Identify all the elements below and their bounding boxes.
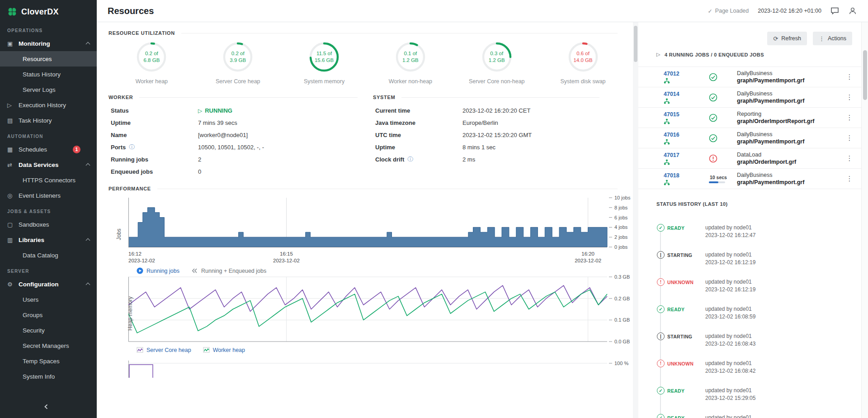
svg-text:2023-12-02: 2023-12-02 [273, 258, 300, 263]
sidebar-item-https-connectors[interactable]: HTTPS Connectors [0, 172, 97, 188]
app-logo[interactable]: CloverDX [0, 0, 97, 22]
sidebar-item-data-catalog[interactable]: Data Catalog [0, 247, 97, 263]
sidebar-item-system-info[interactable]: System Info [0, 369, 97, 384]
job-kebab-menu-icon[interactable]: ⋮ [841, 154, 858, 162]
gauge-label: Server Core non-heap [469, 78, 525, 85]
main-scrollbar-thumb[interactable] [634, 26, 637, 62]
gauge-label: System disk swap [561, 78, 606, 85]
job-graph-path: graph/OrderImportReport.grf [737, 118, 841, 124]
gauge-label: System memory [304, 78, 344, 85]
legend-running-jobs[interactable]: Running jobs [137, 267, 179, 274]
feedback-chat-icon[interactable] [830, 7, 839, 15]
section-divider [139, 97, 358, 98]
success-check-icon [709, 73, 717, 81]
svg-text:16:15: 16:15 [280, 251, 293, 256]
sidebar-item-groups[interactable]: Groups [0, 307, 97, 323]
panel-scrollbar[interactable] [861, 22, 868, 418]
job-id-link[interactable]: 47014 [664, 91, 709, 97]
job-graph-path: graph/PaymentImport.grf [737, 138, 841, 145]
execution-history-icon: ▷ [7, 102, 19, 109]
legend-running-enqueued-jobs[interactable]: Running + Enqueued jobs [191, 267, 266, 274]
info-row: Current time 2023-12-02 16:20:20 CET [375, 104, 615, 117]
status-meta: updated by node012023-12-02 16:12:19 [705, 278, 755, 294]
worker-title: WORKER [108, 95, 133, 100]
job-id-link[interactable]: 47018 [664, 172, 709, 179]
gauge-label: Worker non-heap [389, 78, 432, 85]
status-label: UNKNOWN [667, 278, 705, 285]
chevron-up-icon [86, 42, 90, 47]
status-label: UNKNOWN [667, 360, 705, 366]
refresh-button[interactable]: ⟳ Refresh [767, 32, 807, 45]
job-sandbox-name: Reporting [737, 111, 841, 117]
sidebar-item-security[interactable]: Security [0, 323, 97, 338]
job-graph-icon [664, 119, 709, 124]
system-title: SYSTEM [373, 95, 395, 100]
svg-text:0.2 GB: 0.2 GB [614, 296, 630, 301]
sidebar-item-temp-spaces[interactable]: Temp Spaces [0, 353, 97, 369]
status-meta: updated by node012023-12-02 16:12:19 [705, 251, 755, 266]
sidebar-item-secret-managers[interactable]: Secret Managers [0, 338, 97, 353]
job-id-link[interactable]: 47017 [664, 152, 709, 158]
sidebar-item-monitoring[interactable]: ▣ Monitoring [0, 36, 97, 51]
info-row: Uptime 7 mins 39 secs [111, 117, 373, 129]
status-history-entry: ✓ READY updated by node012023-12-02 15:2… [638, 387, 861, 414]
sidebar-item-libraries[interactable]: ▥ Libraries [0, 232, 97, 247]
status-icon: ✓ [657, 414, 665, 418]
svg-text:4 jobs: 4 jobs [614, 224, 628, 230]
info-icon[interactable]: ⓘ [407, 156, 413, 163]
legend-worker-heap[interactable]: Worker heap [203, 347, 245, 353]
job-row: 47015 Reporting graph/OrderImportReport.… [638, 108, 861, 128]
legend-server-core-heap[interactable]: Server Core heap [137, 347, 191, 353]
job-status [709, 134, 737, 142]
job-id-link[interactable]: 47012 [664, 71, 709, 77]
sidebar-item-server-logs[interactable]: Server Logs [0, 82, 97, 97]
gauge-label: Worker heap [136, 78, 168, 85]
chevron-left-icon [43, 404, 49, 410]
success-check-icon [709, 114, 717, 122]
resource-gauge: 11.5 of15.6 GB System memory [281, 42, 368, 85]
sandboxes-icon: ▢ [7, 221, 19, 228]
info-row: Clock drift ⓘ 2 ms [375, 153, 615, 166]
sidebar-section-label: AUTOMATION [0, 128, 97, 142]
status-icon: ✓ [657, 224, 665, 232]
job-graph-icon [664, 180, 709, 185]
job-id-link[interactable]: 47016 [664, 132, 709, 138]
job-id-link[interactable]: 47015 [664, 111, 709, 118]
job-kebab-menu-icon[interactable]: ⋮ [841, 73, 858, 81]
status-icon: | [657, 332, 665, 340]
heap-chart-ylabel: Heap memory [127, 296, 133, 330]
performance-title: PERFORMANCE [108, 186, 151, 191]
sidebar-item-task-history[interactable]: ▤ Task History [0, 113, 97, 128]
section-divider [401, 97, 599, 98]
sidebar-item-data-services[interactable]: ⇄ Data Services [0, 157, 97, 172]
heap-chart-plot: 0.3 GB0.2 GB0.1 GB0.0 GB [128, 275, 637, 344]
server-core-heap-icon [137, 347, 143, 353]
job-kebab-menu-icon[interactable]: ⋮ [841, 134, 858, 142]
enqueued-jobs-icon [191, 267, 198, 274]
sidebar-item-event-listeners[interactable]: ◎ Event Listeners [0, 188, 97, 203]
sidebar-item-sandboxes[interactable]: ▢ Sandboxes [0, 217, 97, 232]
info-icon[interactable]: ⓘ [129, 143, 135, 151]
sidebar-item-configuration[interactable]: ⚙ Configuration [0, 276, 97, 292]
sidebar-item-users[interactable]: Users [0, 292, 97, 307]
sidebar-item-resources[interactable]: Resources [0, 51, 97, 66]
info-row: Enqueued jobs 0 [111, 166, 373, 178]
job-kebab-menu-icon[interactable]: ⋮ [841, 175, 858, 183]
sidebar-item-execution-history[interactable]: ▷ Execution History [0, 97, 97, 113]
job-kebab-menu-icon[interactable]: ⋮ [841, 114, 858, 122]
sidebar-collapse-button[interactable] [0, 399, 97, 414]
job-kebab-menu-icon[interactable]: ⋮ [841, 93, 858, 101]
svg-text:0.3 GB: 0.3 GB [614, 275, 630, 280]
resource-gauge: 0.3 of1.2 GB Server Core non-heap [453, 42, 540, 85]
status-label: STARTING [667, 251, 705, 258]
panel-scrollbar-thumb[interactable] [863, 50, 867, 100]
check-icon: ✓ [708, 8, 712, 14]
actions-button[interactable]: ⋮ Actions [813, 32, 852, 45]
chevron-up-icon [86, 238, 90, 243]
user-account-icon[interactable] [848, 6, 857, 15]
status-label: READY [667, 305, 705, 312]
sidebar-item-schedules[interactable]: ▦ Schedules 1 [0, 142, 97, 157]
sidebar-item-status-history[interactable]: Status History [0, 66, 97, 82]
main-scrollbar[interactable] [633, 22, 638, 418]
status-meta: updated by node012023-12-02 15:29:05 [705, 387, 755, 402]
